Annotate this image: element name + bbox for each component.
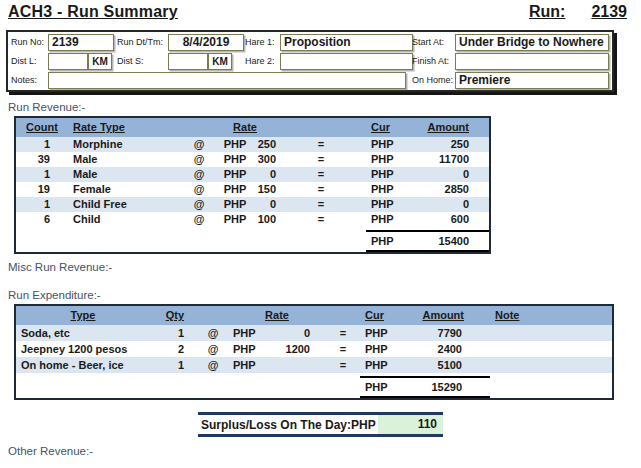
revenue-count[interactable]: 39 — [16, 152, 68, 167]
equals-symbol: = — [276, 137, 366, 152]
at-symbol: @ — [184, 212, 214, 227]
at-symbol: @ — [184, 152, 214, 167]
revenue-amount: 11700 — [422, 152, 489, 167]
hare2-field[interactable] — [280, 53, 413, 70]
equals-symbol: = — [276, 152, 366, 167]
expenditure-qty[interactable]: 1 — [150, 325, 198, 341]
misc-run-revenue-section-label: Misc Run Revenue:- — [8, 261, 112, 273]
expenditure-header-row: Type Qty Rate Cur Amount Note — [16, 306, 612, 325]
expenditure-amount: 7790 — [418, 325, 490, 341]
surplus-label: Surplus/Loss On The Day: — [198, 418, 351, 432]
revenue-rate-cur: PHP — [214, 182, 256, 197]
at-symbol: @ — [184, 197, 214, 212]
expenditure-rate[interactable]: 0 — [274, 325, 326, 341]
run-details-form: Run No: 2139 Run Dt/Tm: 8/4/2019 Hare 1:… — [6, 30, 614, 92]
revenue-rate-type[interactable]: Male — [68, 152, 184, 167]
equals-symbol: = — [276, 212, 366, 227]
run-no-field[interactable]: 2139 — [48, 34, 114, 51]
run-header: Run: 2139 — [529, 3, 627, 21]
expenditure-total-row: PHP 15290 — [16, 376, 612, 394]
revenue-header-rate-type: Rate Type — [73, 121, 125, 133]
revenue-rate[interactable]: 250 — [256, 137, 276, 152]
revenue-cur: PHP — [366, 212, 422, 227]
surplus-cur: PHP — [351, 418, 378, 432]
run-dt-field[interactable]: 8/4/2019 — [168, 34, 244, 51]
expenditure-cur: PHP — [360, 325, 418, 341]
expenditure-qty[interactable]: 1 — [150, 357, 198, 373]
revenue-header-cur: Cur — [371, 121, 390, 133]
expenditure-header-note: Note — [495, 309, 519, 321]
finish-at-field[interactable] — [455, 53, 609, 70]
expenditure-header-rate: Rate — [265, 309, 289, 321]
run-revenue-section-label: Run Revenue:- — [8, 101, 85, 113]
expenditure-header-qty: Qty — [166, 309, 184, 321]
on-home-field[interactable]: Premiere — [455, 72, 609, 89]
revenue-header-amount: Amount — [427, 121, 469, 133]
revenue-cur: PHP — [366, 137, 422, 152]
revenue-count[interactable]: 6 — [16, 212, 68, 227]
revenue-rate[interactable]: 100 — [256, 212, 276, 227]
expenditure-row: On home - Beer, ice 1 @ PHP = PHP 5100 — [16, 357, 612, 373]
revenue-row: 6 Child @ PHP 100 = PHP 600 — [16, 212, 489, 227]
run-number: 2139 — [591, 3, 627, 21]
at-symbol: @ — [198, 357, 228, 373]
dist-s-field[interactable] — [168, 53, 208, 70]
revenue-rate-type[interactable]: Male — [68, 167, 184, 182]
equals-symbol: = — [326, 325, 360, 341]
dist-l-label: Dist L: — [11, 56, 37, 66]
revenue-count[interactable]: 1 — [16, 137, 68, 152]
revenue-cur: PHP — [366, 152, 422, 167]
revenue-row: 1 Child Free @ PHP 0 = PHP 0 — [16, 197, 489, 212]
equals-symbol: = — [326, 341, 360, 357]
on-home-label: On Home: — [412, 75, 453, 85]
expenditure-type[interactable]: Jeepney 1200 pesos — [16, 341, 150, 357]
expenditure-rate-cur: PHP — [228, 357, 274, 373]
expenditure-header-cur: Cur — [365, 309, 384, 321]
start-at-field[interactable]: Under Bridge to Nowhere — [455, 34, 609, 51]
revenue-rate-type[interactable]: Child Free — [68, 197, 184, 212]
revenue-rate[interactable]: 300 — [256, 152, 276, 167]
revenue-rate[interactable]: 150 — [256, 182, 276, 197]
revenue-total-row: PHP 15400 — [16, 230, 489, 248]
notes-label: Notes: — [11, 75, 37, 85]
expenditure-rate[interactable]: 1200 — [274, 341, 326, 357]
run-no-label: Run No: — [11, 37, 44, 47]
hare1-field[interactable]: Proposition — [280, 34, 413, 51]
revenue-rate-cur: PHP — [214, 197, 256, 212]
dist-l-field[interactable] — [48, 53, 88, 70]
equals-symbol: = — [276, 197, 366, 212]
run-expenditure-table: Type Qty Rate Cur Amount Note Soda, etc … — [14, 304, 614, 400]
expenditure-cur: PHP — [360, 341, 418, 357]
revenue-cur: PHP — [366, 182, 422, 197]
expenditure-type[interactable]: Soda, etc — [16, 325, 150, 341]
revenue-count[interactable]: 1 — [16, 167, 68, 182]
hare1-label: Hare 1: — [245, 37, 275, 47]
expenditure-header-type: Type — [71, 309, 96, 321]
equals-symbol: = — [276, 182, 366, 197]
surplus-amount: 110 — [378, 415, 443, 434]
title-bar: ACH3 - Run Summary Run: 2139 — [8, 3, 627, 21]
expenditure-type[interactable]: On home - Beer, ice — [16, 357, 150, 373]
expenditure-amount: 5100 — [418, 357, 490, 373]
revenue-rate-type[interactable]: Child — [68, 212, 184, 227]
finish-at-label: Finish At: — [412, 56, 449, 66]
page-title: ACH3 - Run Summary — [8, 3, 178, 21]
km-unit-1: KM — [88, 53, 112, 70]
revenue-rate[interactable]: 0 — [256, 167, 276, 182]
dist-s-label: Dist S: — [117, 56, 144, 66]
run-label: Run: — [529, 3, 565, 21]
revenue-rate-type[interactable]: Morphine — [68, 137, 184, 152]
revenue-rate[interactable]: 0 — [256, 197, 276, 212]
revenue-rate-type[interactable]: Female — [68, 182, 184, 197]
revenue-rate-cur: PHP — [214, 137, 256, 152]
revenue-row: 1 Male @ PHP 0 = PHP 0 — [16, 167, 489, 182]
equals-symbol: = — [276, 167, 366, 182]
expenditure-row: Soda, etc 1 @ PHP 0 = PHP 7790 — [16, 325, 612, 341]
revenue-amount: 0 — [422, 167, 489, 182]
notes-field[interactable] — [48, 72, 406, 89]
revenue-count[interactable]: 1 — [16, 197, 68, 212]
other-revenue-section-label: Other Revenue:- — [8, 445, 93, 457]
expenditure-qty[interactable]: 2 — [150, 341, 198, 357]
revenue-count[interactable]: 19 — [16, 182, 68, 197]
run-revenue-table: Count Rate Type Rate Cur Amount 1 Morphi… — [14, 116, 491, 254]
